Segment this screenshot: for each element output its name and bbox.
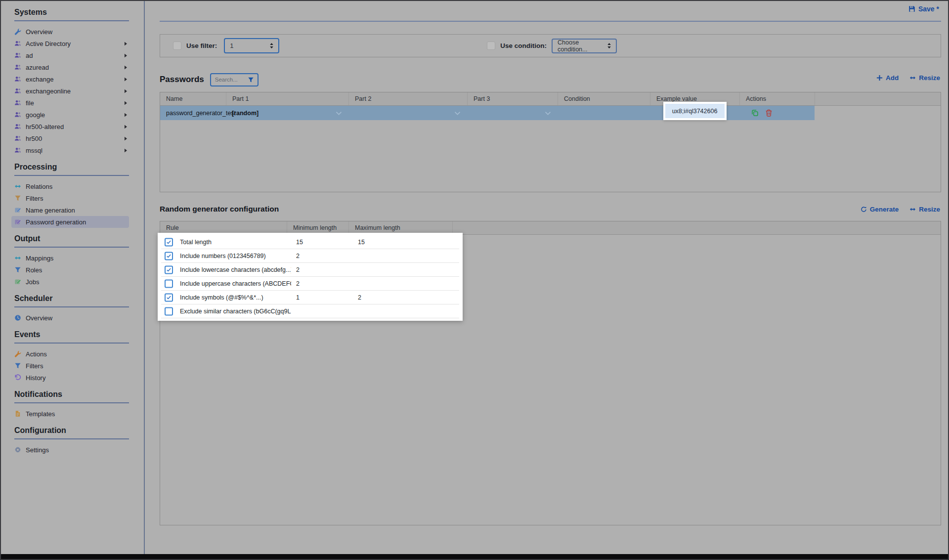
chevron-down-icon bbox=[545, 111, 551, 115]
passwords-column-part-1: Part 1 bbox=[226, 92, 348, 105]
main-content: Save * Use filter: 1 Use condition: Choo… bbox=[146, 1, 947, 554]
sidebar-item-settings[interactable]: Settings bbox=[11, 444, 129, 456]
checkbox-checked[interactable] bbox=[165, 238, 173, 246]
checkbox-unchecked[interactable] bbox=[165, 279, 173, 288]
rule-max-length: 15 bbox=[358, 239, 365, 246]
sidebar-item-templates[interactable]: Templates bbox=[11, 408, 129, 420]
cell-name: password_generator_test bbox=[160, 106, 226, 120]
sidebar-section-title-systems: Systems bbox=[14, 8, 144, 17]
passwords-column-actions: Actions bbox=[739, 92, 815, 105]
copy-button[interactable] bbox=[751, 109, 759, 117]
sidebar-item-google[interactable]: google bbox=[11, 109, 129, 121]
sidebar-item-label: Mappings bbox=[26, 255, 53, 262]
sidebar-item-actions[interactable]: Actions bbox=[11, 348, 129, 360]
sidebar-section-title-scheduler: Scheduler bbox=[14, 294, 144, 303]
sidebar-item-roles[interactable]: Roles bbox=[11, 264, 129, 276]
add-label: Add bbox=[886, 74, 899, 82]
cell-actions bbox=[739, 106, 815, 120]
condition-select[interactable]: Choose condition... bbox=[552, 39, 617, 53]
use-condition-group: Use condition: Choose condition... bbox=[487, 39, 617, 53]
passwords-column-name: Name bbox=[160, 92, 226, 105]
generator-table: RuleMinimum lengthMaximum length Total l… bbox=[160, 221, 941, 525]
sidebar-item-overview[interactable]: Overview bbox=[11, 26, 129, 38]
rule-row-exclude-similar-characters[interactable]: Exclude similar characters (bG6cC(gq9L1I… bbox=[161, 304, 459, 318]
passwords-actions: Add Resize bbox=[876, 74, 940, 82]
chevron-down-icon bbox=[454, 111, 461, 115]
sidebar-item-overview[interactable]: Overview bbox=[11, 312, 129, 324]
filter-select[interactable]: 1 bbox=[224, 38, 279, 53]
resize-button[interactable]: Resize bbox=[909, 74, 940, 82]
checkbox-checked[interactable] bbox=[165, 293, 173, 302]
sidebar-item-azuread[interactable]: azuread bbox=[11, 61, 129, 73]
sidebar-item-label: Settings bbox=[26, 446, 49, 454]
rule-label: Include symbols (@#$%^&*...) bbox=[180, 294, 263, 301]
password-search-input[interactable] bbox=[215, 77, 248, 83]
rule-row-include-uppercase-characters[interactable]: Include uppercase characters (ABCDEFG...… bbox=[161, 277, 459, 291]
sidebar-item-password-generation[interactable]: Password generation bbox=[11, 216, 129, 228]
sidebar-item-filters[interactable]: Filters bbox=[11, 192, 129, 204]
sidebar-item-label: Filters bbox=[26, 362, 43, 370]
use-condition-checkbox[interactable] bbox=[487, 42, 495, 50]
cell-part2[interactable] bbox=[348, 106, 467, 120]
cell-part1[interactable]: [random] bbox=[226, 106, 348, 120]
caret-right-icon bbox=[124, 101, 128, 105]
users-icon bbox=[14, 147, 21, 154]
sidebar-item-label: Roles bbox=[26, 266, 42, 274]
sidebar-item-name-generation[interactable]: Name generation bbox=[11, 204, 129, 216]
rule-label: Include uppercase characters (ABCDEFG...… bbox=[180, 280, 291, 287]
sidebar-item-label: google bbox=[26, 111, 45, 119]
sidebar-item-exchangeonline[interactable]: exchangeonline bbox=[11, 85, 129, 97]
sidebar-item-label: azuread bbox=[26, 64, 49, 71]
note-pencil-icon bbox=[14, 218, 21, 225]
generate-button[interactable]: Generate bbox=[861, 206, 899, 213]
use-filter-group: Use filter: 1 bbox=[173, 38, 279, 53]
checkbox-checked[interactable] bbox=[165, 265, 173, 274]
save-button[interactable]: Save * bbox=[908, 5, 939, 13]
checkbox-checked[interactable] bbox=[165, 252, 173, 260]
use-filter-checkbox[interactable] bbox=[173, 42, 181, 50]
delete-button[interactable] bbox=[765, 109, 773, 117]
cell-part3[interactable] bbox=[467, 106, 558, 120]
sidebar-item-mssql[interactable]: mssql bbox=[11, 144, 129, 156]
sidebar-item-jobs[interactable]: Jobs bbox=[11, 276, 129, 288]
wrench-icon bbox=[14, 350, 21, 357]
cell-condition[interactable] bbox=[558, 106, 650, 120]
sidebar-item-filters[interactable]: Filters bbox=[11, 360, 129, 372]
passwords-column-condition: Condition bbox=[558, 92, 650, 105]
sidebar-item-label: hr500-altered bbox=[26, 123, 64, 130]
password-row[interactable]: password_generator_test [random] bbox=[160, 106, 815, 120]
rule-label: Include lowercase characters (abcdefg...… bbox=[180, 266, 291, 273]
users-icon bbox=[14, 135, 21, 142]
sidebar-item-mappings[interactable]: Mappings bbox=[11, 252, 129, 264]
rule-row-include-numbers[interactable]: Include numbers (0123456789)2 bbox=[161, 249, 459, 263]
rule-row-include-lowercase-characters[interactable]: Include lowercase characters (abcdefg...… bbox=[161, 263, 459, 277]
sidebar-item-ad[interactable]: ad bbox=[11, 49, 129, 61]
rule-label: Exclude similar characters (bG6cC(gq9L1I… bbox=[180, 308, 291, 315]
sidebar-item-history[interactable]: History bbox=[11, 372, 129, 384]
sidebar-item-hr500[interactable]: hr500 bbox=[11, 132, 129, 144]
sidebar-item-active-directory[interactable]: Active Directory bbox=[11, 38, 129, 49]
sidebar-item-file[interactable]: file bbox=[11, 97, 129, 109]
sidebar-item-label: Name generation bbox=[26, 207, 75, 214]
sidebar-item-relations[interactable]: Relations bbox=[11, 180, 129, 192]
generator-column-filler bbox=[452, 221, 941, 234]
rule-row-total-length[interactable]: Total length1515 bbox=[161, 235, 459, 249]
sidebar: SystemsOverviewActive Directoryadazuread… bbox=[1, 1, 145, 554]
sidebar-item-label: Jobs bbox=[26, 278, 39, 286]
use-filter-label: Use filter: bbox=[186, 42, 217, 49]
rule-row-include-symbols[interactable]: Include symbols (@#$%^&*...)12 bbox=[161, 291, 459, 304]
sidebar-section-title-notifications: Notifications bbox=[14, 390, 144, 399]
users-icon bbox=[14, 76, 21, 83]
sidebar-item-label: Password generation bbox=[26, 218, 86, 226]
sidebar-item-hr500-altered[interactable]: hr500-altered bbox=[11, 121, 129, 132]
funnel-icon bbox=[14, 266, 21, 273]
caret-right-icon bbox=[124, 77, 128, 82]
filter-icon bbox=[248, 77, 254, 83]
generator-resize-button[interactable]: Resize bbox=[909, 206, 940, 213]
resize-label: Resize bbox=[919, 206, 940, 213]
filter-panel: Use filter: 1 Use condition: Choose cond… bbox=[160, 34, 941, 57]
sidebar-section-title-events: Events bbox=[14, 330, 144, 339]
checkbox-unchecked[interactable] bbox=[165, 307, 173, 315]
add-button[interactable]: Add bbox=[876, 74, 899, 82]
sidebar-item-exchange[interactable]: exchange bbox=[11, 73, 129, 85]
